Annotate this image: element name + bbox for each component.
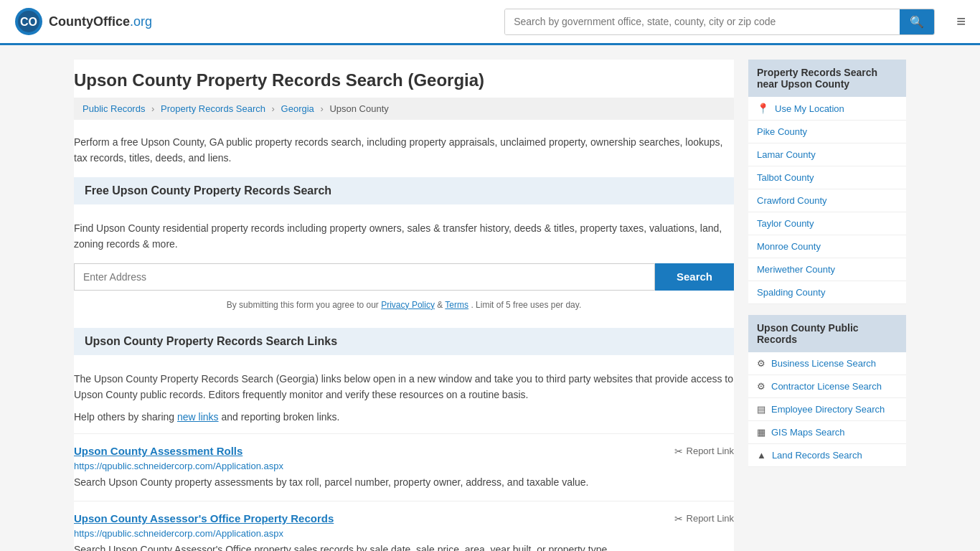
resource-desc-1: Search Upson County property assessments… xyxy=(74,475,734,490)
resource-url-2: https://qpublic.schneidercorp.com/Applic… xyxy=(74,528,734,539)
page-title: Upson County Property Records Search (Ge… xyxy=(74,60,734,98)
sidebar: Property Records Search near Upson Count… xyxy=(748,60,906,551)
svg-text:CO: CO xyxy=(20,16,37,28)
links-description: The Upson County Property Records Search… xyxy=(74,364,734,412)
business-license-icon: ⚙ xyxy=(757,358,765,369)
sidebar-county-crawford[interactable]: Crawford County xyxy=(748,189,906,212)
content-area: Upson County Property Records Search (Ge… xyxy=(74,60,734,551)
logo-icon: CO xyxy=(14,7,43,36)
resource-header-2: Upson County Assessor's Office Property … xyxy=(74,512,734,524)
sidebar-county-pike[interactable]: Pike County xyxy=(748,121,906,143)
logo[interactable]: CO CountyOffice.org xyxy=(14,7,152,36)
breadcrumb-property-records[interactable]: Property Records Search xyxy=(161,103,265,114)
gis-maps-icon: ▦ xyxy=(757,427,765,438)
sidebar-business-license[interactable]: ⚙ Business License Search xyxy=(748,352,906,375)
report-link-2[interactable]: ✂ Report Link xyxy=(674,513,734,524)
land-records-icon: ▲ xyxy=(757,450,766,461)
address-input[interactable] xyxy=(74,263,655,291)
sidebar-contractor-license[interactable]: ⚙ Contractor License Search xyxy=(748,375,906,398)
nearby-section-header: Property Records Search near Upson Count… xyxy=(748,60,906,97)
breadcrumb-sep-3: › xyxy=(320,103,323,114)
terms-link[interactable]: Terms xyxy=(445,300,468,310)
nearby-section: Property Records Search near Upson Count… xyxy=(748,60,906,304)
sidebar-county-lamar[interactable]: Lamar County xyxy=(748,143,906,166)
resource-title-2[interactable]: Upson County Assessor's Office Property … xyxy=(74,512,334,524)
links-section: Upson County Property Records Search Lin… xyxy=(74,328,734,551)
breadcrumb-upson-county: Upson County xyxy=(329,103,388,114)
resource-item-1: Upson County Assessment Rolls ✂ Report L… xyxy=(74,433,734,501)
sidebar-county-talbot[interactable]: Talbot County xyxy=(748,166,906,189)
links-section-header: Upson County Property Records Search Lin… xyxy=(74,328,734,355)
contractor-license-icon: ⚙ xyxy=(757,381,765,392)
header-search-bar: 🔍 xyxy=(504,9,935,35)
resource-desc-2: Search Upson County Assessor's Office pr… xyxy=(74,542,734,551)
breadcrumb-sep-1: › xyxy=(151,103,154,114)
header-search-button[interactable]: 🔍 xyxy=(900,9,934,34)
search-icon: 🔍 xyxy=(910,16,924,28)
public-records-header: Upson County Public Records xyxy=(748,315,906,352)
report-icon-1: ✂ xyxy=(674,446,683,457)
resource-title-1[interactable]: Upson County Assessment Rolls xyxy=(74,445,242,457)
resource-item-2: Upson County Assessor's Office Property … xyxy=(74,501,734,551)
breadcrumb-public-records[interactable]: Public Records xyxy=(83,103,145,114)
use-my-location[interactable]: 📍 Use My Location xyxy=(748,97,906,121)
resource-header-1: Upson County Assessment Rolls ✂ Report L… xyxy=(74,445,734,457)
privacy-policy-link[interactable]: Privacy Policy xyxy=(381,300,435,310)
breadcrumb: Public Records › Property Records Search… xyxy=(74,98,734,120)
free-search-header: Free Upson County Property Records Searc… xyxy=(74,177,734,204)
free-search-description: Find Upson County residential property r… xyxy=(74,213,734,263)
sidebar-county-monroe[interactable]: Monroe County xyxy=(748,235,906,258)
new-links-text: Help others by sharing new links and rep… xyxy=(74,411,734,433)
breadcrumb-georgia[interactable]: Georgia xyxy=(281,103,314,114)
new-links-link[interactable]: new links xyxy=(177,411,219,423)
resource-url-1: https://qpublic.schneidercorp.com/Applic… xyxy=(74,461,734,471)
report-link-1[interactable]: ✂ Report Link xyxy=(674,446,734,457)
use-my-location-link[interactable]: Use My Location xyxy=(775,103,844,114)
address-search-form: Search xyxy=(74,263,734,291)
employee-directory-icon: ▤ xyxy=(757,404,765,415)
sidebar-gis-maps[interactable]: ▦ GIS Maps Search xyxy=(748,421,906,444)
sidebar-employee-directory[interactable]: ▤ Employee Directory Search xyxy=(748,398,906,421)
sidebar-county-meriwether[interactable]: Meriwether County xyxy=(748,258,906,281)
logo-text: CountyOffice.org xyxy=(49,14,152,29)
site-header: CO CountyOffice.org 🔍 ≡ xyxy=(0,0,980,45)
free-search-section: Free Upson County Property Records Searc… xyxy=(74,177,734,328)
main-container: Upson County Property Records Search (Ge… xyxy=(60,45,920,551)
public-records-section: Upson County Public Records ⚙ Business L… xyxy=(748,315,906,467)
sidebar-county-spalding[interactable]: Spalding County xyxy=(748,281,906,304)
report-icon-2: ✂ xyxy=(674,513,683,524)
form-disclaimer: By submitting this form you agree to our… xyxy=(74,296,734,314)
location-icon: 📍 xyxy=(757,103,769,114)
breadcrumb-sep-2: › xyxy=(272,103,275,114)
page-description: Perform a free Upson County, GA public p… xyxy=(74,131,734,177)
search-button[interactable]: Search xyxy=(655,263,734,291)
sidebar-land-records[interactable]: ▲ Land Records Search xyxy=(748,444,906,467)
sidebar-county-taylor[interactable]: Taylor County xyxy=(748,212,906,235)
menu-icon[interactable]: ≡ xyxy=(956,12,966,31)
header-search-input[interactable] xyxy=(505,9,900,34)
